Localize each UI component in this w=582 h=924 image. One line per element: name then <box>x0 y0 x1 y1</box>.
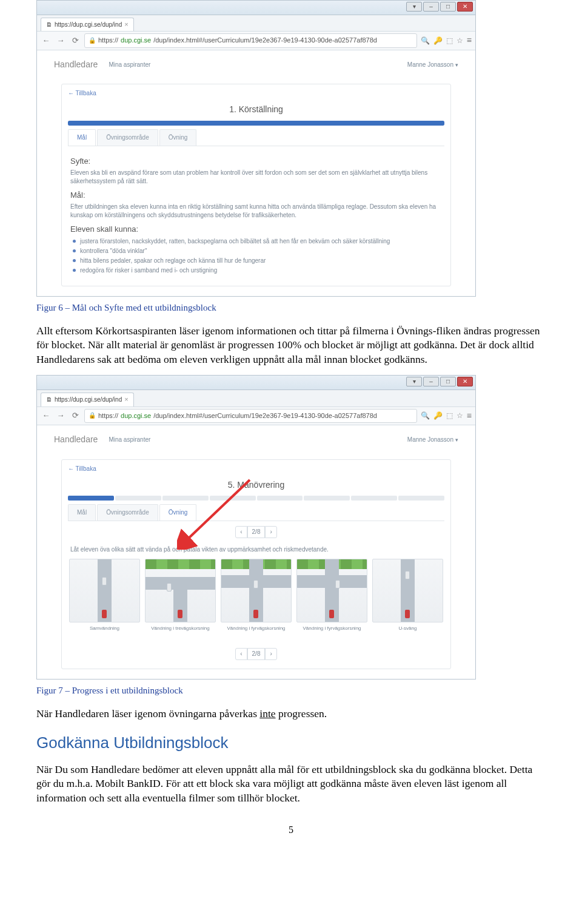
url-scheme: https:// <box>98 36 118 45</box>
scenario-fyrvag-2: Vändning i fyrvägskorsning <box>296 559 367 632</box>
scenario-label: Vändning i fyrvägskorsning <box>221 625 292 632</box>
scenario-row: Samvändning Vändning i trevägskorsning V… <box>62 556 450 636</box>
pager-prev-icon: ‹ <box>235 648 247 660</box>
figure-7-caption: Figur 7 – Progress i ett utbildningsbloc… <box>36 684 546 697</box>
url-path: /dup/index.html#/userCurriculum/19e2e367… <box>153 411 377 420</box>
progress-bar <box>68 496 444 501</box>
user-menu: Manne Jonasson <box>407 61 458 69</box>
url-box: 🔒 https://dup.cgi.se/dup/index.html#/use… <box>84 33 417 47</box>
window-minimize-icon: – <box>423 2 439 12</box>
brand: Handledare <box>54 434 98 446</box>
webpage-area: Handledare Mina aspiranter Manne Jonasso… <box>37 50 475 296</box>
url-host: dup.cgi.se <box>121 411 151 420</box>
nav-back-icon: ← <box>41 35 52 46</box>
omnibox-icons: 🔍 🔑 ⬚ ☆ <box>421 36 463 46</box>
lock-icon: 🔒 <box>89 411 96 420</box>
tab-favicon-icon: 🗎 <box>46 21 52 29</box>
hamburger-icon: ≡ <box>467 410 472 422</box>
tab-ovning: Övning <box>159 504 197 521</box>
p2-underlined: inte <box>259 707 275 720</box>
tab-title: https://dup.cgi.se/dup/ind <box>55 21 122 29</box>
tab-close-icon: × <box>124 395 128 404</box>
scenario-label: U-sväng <box>372 625 443 632</box>
scenario-trevag: Vändning i trevägskorsning <box>145 559 216 632</box>
url-scheme: https:// <box>98 411 118 420</box>
pager-top: ‹ 2/8 › <box>62 526 450 538</box>
pager-label: 2/8 <box>247 526 266 538</box>
url-host: dup.cgi.se <box>121 36 151 45</box>
section-heading-godkanna: Godkänna Utbildningsblock <box>36 732 546 754</box>
window-titlebar: ▾ – □ ✕ <box>37 1 475 15</box>
window-close-icon: ✕ <box>457 377 473 386</box>
window-close-icon: ✕ <box>457 2 473 12</box>
body-paragraph-1: Allt eftersom Körkortsaspiranten läser i… <box>36 324 546 367</box>
p2-part-b: progressen. <box>276 707 327 720</box>
hamburger-icon: ≡ <box>467 35 472 47</box>
browser-tab: 🗎 https://dup.cgi.se/dup/ind × <box>41 393 134 406</box>
bookmark-icon: ⬚ <box>446 411 453 421</box>
app-header: Handledare Mina aspiranter Manne Jonasso… <box>37 55 475 75</box>
back-link: Tillbaka <box>68 89 96 98</box>
pager-next-icon: › <box>265 526 276 538</box>
page-number: 5 <box>36 823 546 837</box>
tab-mal: Mål <box>68 504 96 521</box>
nav-forward-icon: → <box>55 35 66 46</box>
user-menu: Manne Jonasson <box>407 436 458 444</box>
pager-bottom: ‹ 2/8 › <box>62 648 450 660</box>
block-title: 5. Manövrering <box>62 476 450 496</box>
nav-reload-icon: ⟳ <box>70 410 81 421</box>
pager-next-icon: › <box>265 648 276 660</box>
tab-omrade: Övningsområde <box>97 504 158 521</box>
browser-tab-strip: 🗎 https://dup.cgi.se/dup/ind × <box>37 390 475 406</box>
window-maximize-icon: □ <box>440 2 456 12</box>
content-card: Tillbaka 5. Manövrering Mål Övningsområd… <box>61 459 451 669</box>
tab-ovning: Övning <box>159 129 197 146</box>
pager-label: 2/8 <box>247 648 266 660</box>
key-icon: 🔑 <box>433 411 443 421</box>
bullet-item: hitta bilens pedaler, spakar och reglage… <box>73 257 442 265</box>
tab-favicon-icon: 🗎 <box>46 396 52 404</box>
card-body: Syfte: Eleven ska bli en avspänd förare … <box>62 146 450 286</box>
syfte-heading: Syfte: <box>70 156 442 167</box>
progress-bar <box>68 121 444 126</box>
search-icon: 🔍 <box>421 36 430 46</box>
nav-aspiranter: Mina aspiranter <box>109 61 150 69</box>
window-maximize-icon: □ <box>440 377 456 386</box>
tab-close-icon: × <box>124 20 128 29</box>
content-card: Tillbaka 1. Körställning Mål Övningsområ… <box>61 84 451 286</box>
section-tabs: Mål Övningsområde Övning <box>68 129 444 146</box>
browser-tab-strip: 🗎 https://dup.cgi.se/dup/ind × <box>37 15 475 31</box>
exercise-instruction: Låt eleven öva olika sätt att vända på o… <box>62 543 450 556</box>
body-paragraph-3: När Du som Handledare bedömer att eleven… <box>36 763 546 806</box>
bookmark-icon: ⬚ <box>446 36 453 46</box>
scenario-label: Samvändning <box>69 625 140 632</box>
kunna-heading: Eleven skall kunna: <box>70 224 442 235</box>
window-titlebar: ▾ – □ ✕ <box>37 376 475 390</box>
scenario-label: Vändning i fyrvägskorsning <box>296 625 367 632</box>
screenshot-figure-7: ▾ – □ ✕ 🗎 https://dup.cgi.se/dup/ind × ←… <box>36 375 476 679</box>
mal-text: Efter utbildningen ska eleven kunna inta… <box>70 203 442 219</box>
back-link: Tillbaka <box>68 465 96 473</box>
address-bar: ← → ⟳ 🔒 https://dup.cgi.se/dup/index.htm… <box>37 406 475 425</box>
nav-forward-icon: → <box>55 410 66 421</box>
bullet-item: kontrollera "döda vinklar" <box>73 247 442 255</box>
screenshot-figure-6: ▾ – □ ✕ 🗎 https://dup.cgi.se/dup/ind × ←… <box>36 0 476 297</box>
scenario-label: Vändning i trevägskorsning <box>145 625 216 632</box>
block-title: 1. Körställning <box>62 100 450 121</box>
bullet-item: justera förarstolen, nackskyddet, ratten… <box>73 237 442 246</box>
scenario-usvang: U-sväng <box>372 559 443 632</box>
scenario-samvandning: Samvändning <box>69 559 140 632</box>
search-icon: 🔍 <box>421 411 430 421</box>
nav-back-icon: ← <box>41 410 52 421</box>
brand: Handledare <box>54 59 98 71</box>
window-dropdown-icon: ▾ <box>406 2 422 12</box>
url-path: /dup/index.html#/userCurriculum/19e2e367… <box>153 36 377 45</box>
star-icon: ☆ <box>457 411 463 421</box>
window-buttons: ▾ – □ ✕ <box>406 377 473 386</box>
url-box: 🔒 https://dup.cgi.se/dup/index.html#/use… <box>84 409 417 423</box>
address-bar: ← → ⟳ 🔒 https://dup.cgi.se/dup/index.htm… <box>37 31 475 50</box>
tab-mal: Mål <box>68 129 96 146</box>
nav-reload-icon: ⟳ <box>70 35 81 46</box>
figure-6-caption: Figur 6 – Mål och Syfte med ett utbildni… <box>36 302 546 314</box>
nav-aspiranter: Mina aspiranter <box>109 436 150 444</box>
